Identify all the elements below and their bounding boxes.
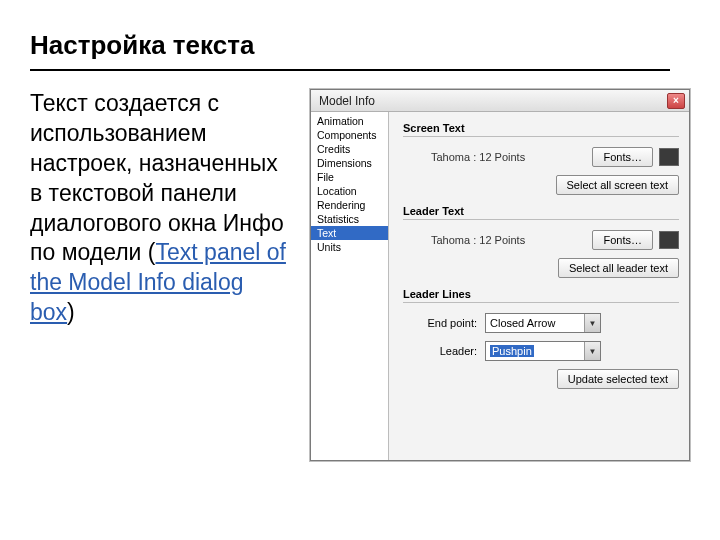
separator	[403, 219, 679, 220]
sidebar-item-text[interactable]: Text	[311, 226, 388, 240]
dialog-titlebar[interactable]: Model Info ×	[311, 90, 689, 112]
text-settings-panel: Screen Text Tahoma : 12 Points Fonts… Se…	[389, 112, 689, 460]
screen-text-sample: Tahoma : 12 Points	[403, 151, 586, 163]
description-block: Текст создается с использованием настрое…	[30, 89, 290, 461]
screen-text-fonts-button[interactable]: Fonts…	[592, 147, 653, 167]
select-all-leader-text-button[interactable]: Select all leader text	[558, 258, 679, 278]
leader-label: Leader:	[403, 345, 477, 357]
sidebar-item-file[interactable]: File	[311, 170, 388, 184]
separator	[403, 302, 679, 303]
desc-suffix: )	[67, 299, 75, 325]
sidebar-item-units[interactable]: Units	[311, 240, 388, 254]
end-point-value: Closed Arrow	[490, 317, 555, 329]
separator	[403, 136, 679, 137]
leader-text-sample: Tahoma : 12 Points	[403, 234, 586, 246]
screen-text-header: Screen Text	[403, 122, 679, 134]
page-title: Настройка текста	[30, 30, 700, 61]
end-point-label: End point:	[403, 317, 477, 329]
leader-text-color-swatch[interactable]	[659, 231, 679, 249]
leader-text-header: Leader Text	[403, 205, 679, 217]
sidebar-item-components[interactable]: Components	[311, 128, 388, 142]
sidebar-item-location[interactable]: Location	[311, 184, 388, 198]
sidebar-item-credits[interactable]: Credits	[311, 142, 388, 156]
leader-value: Pushpin	[490, 345, 534, 357]
update-selected-text-button[interactable]: Update selected text	[557, 369, 679, 389]
sidebar-item-dimensions[interactable]: Dimensions	[311, 156, 388, 170]
sidebar-item-animation[interactable]: Animation	[311, 114, 388, 128]
chevron-down-icon: ▼	[584, 342, 600, 360]
sidebar-item-rendering[interactable]: Rendering	[311, 198, 388, 212]
select-all-screen-text-button[interactable]: Select all screen text	[556, 175, 680, 195]
sidebar-item-statistics[interactable]: Statistics	[311, 212, 388, 226]
category-list[interactable]: Animation Components Credits Dimensions …	[311, 112, 389, 460]
title-underline	[30, 69, 670, 71]
model-info-dialog: Model Info × Animation Components Credit…	[310, 89, 690, 461]
leader-lines-header: Leader Lines	[403, 288, 679, 300]
chevron-down-icon: ▼	[584, 314, 600, 332]
leader-combo[interactable]: Pushpin ▼	[485, 341, 601, 361]
leader-text-fonts-button[interactable]: Fonts…	[592, 230, 653, 250]
end-point-combo[interactable]: Closed Arrow ▼	[485, 313, 601, 333]
screen-text-color-swatch[interactable]	[659, 148, 679, 166]
close-button[interactable]: ×	[667, 93, 685, 109]
dialog-title: Model Info	[315, 94, 375, 108]
